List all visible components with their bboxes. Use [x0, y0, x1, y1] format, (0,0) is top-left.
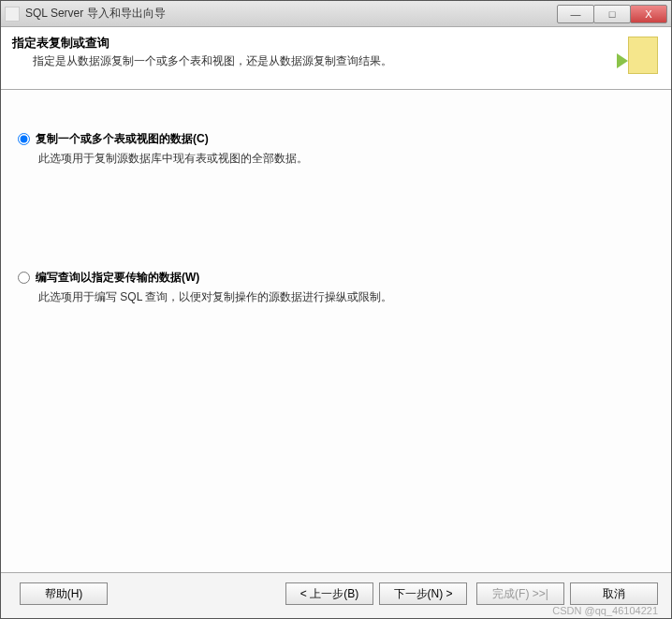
minimize-button[interactable]: — [557, 5, 594, 23]
page-subtitle: 指定是从数据源复制一个或多个表和视图，还是从数据源复制查询结果。 [33, 53, 606, 69]
window-controls: — □ X [558, 5, 667, 23]
radio-write-query[interactable] [18, 272, 30, 284]
option-copy-tables: 复制一个或多个表或视图的数据(C) 此选项用于复制源数据库中现有表或视图的全部数… [12, 131, 660, 167]
option-copy-label: 复制一个或多个表或视图的数据(C) [36, 131, 209, 147]
content-area: 复制一个或多个表或视图的数据(C) 此选项用于复制源数据库中现有表或视图的全部数… [1, 90, 671, 572]
close-button[interactable]: X [630, 5, 667, 23]
back-button[interactable]: < 上一步(B) [285, 582, 373, 605]
maximize-button[interactable]: □ [593, 5, 631, 23]
finish-button: 完成(F) >>| [476, 582, 564, 605]
option-copy-description: 此选项用于复制源数据库中现有表或视图的全部数据。 [38, 151, 660, 167]
option-query-description: 此选项用于编写 SQL 查询，以便对复制操作的源数据进行操纵或限制。 [38, 289, 660, 305]
titlebar[interactable]: SQL Server 导入和导出向导 — □ X [1, 1, 671, 27]
window-title: SQL Server 导入和导出向导 [25, 6, 558, 22]
cancel-button[interactable]: 取消 [570, 582, 658, 605]
wizard-header: 指定表复制或查询 指定是从数据源复制一个或多个表和视图，还是从数据源复制查询结果… [1, 27, 671, 90]
app-icon [5, 7, 20, 22]
header-icon [613, 35, 658, 80]
option-copy-row[interactable]: 复制一个或多个表或视图的数据(C) [18, 131, 660, 147]
help-button[interactable]: 帮助(H) [20, 582, 108, 605]
header-text: 指定表复制或查询 指定是从数据源复制一个或多个表和视图，还是从数据源复制查询结果… [12, 35, 606, 69]
option-write-query: 编写查询以指定要传输的数据(W) 此选项用于编写 SQL 查询，以便对复制操作的… [12, 270, 660, 305]
wizard-footer: 帮助(H) < 上一步(B) 下一步(N) > 完成(F) >>| 取消 CSD… [1, 572, 671, 618]
document-icon [628, 37, 658, 74]
watermark-text: CSDN @qq_46104221 [552, 605, 658, 616]
arrow-icon [617, 53, 628, 68]
next-button[interactable]: 下一步(N) > [379, 582, 467, 605]
option-query-row[interactable]: 编写查询以指定要传输的数据(W) [18, 270, 660, 286]
option-query-label: 编写查询以指定要传输的数据(W) [36, 270, 199, 286]
wizard-window: SQL Server 导入和导出向导 — □ X 指定表复制或查询 指定是从数据… [0, 0, 672, 619]
page-title: 指定表复制或查询 [12, 35, 606, 52]
radio-copy-tables[interactable] [18, 133, 30, 145]
